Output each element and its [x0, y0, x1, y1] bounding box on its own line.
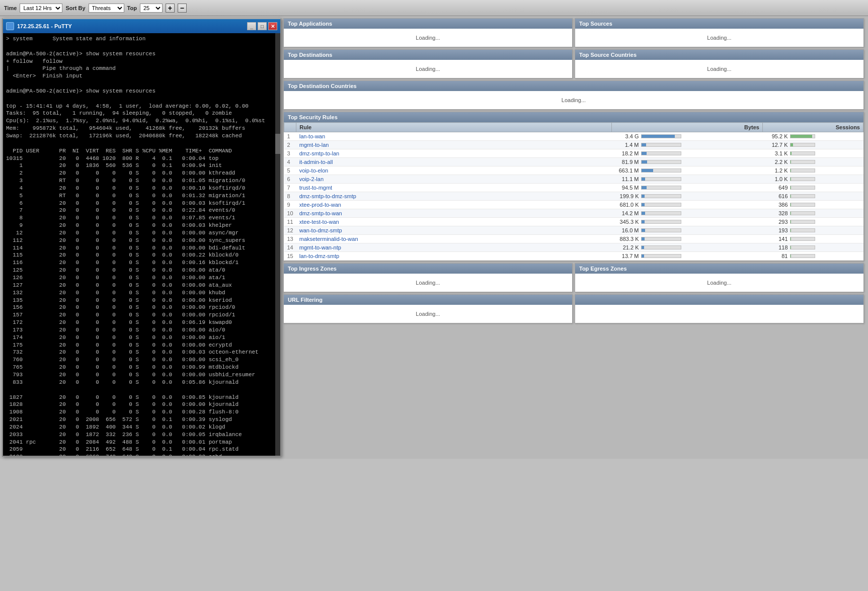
rule-number: 8 [284, 192, 296, 201]
sessions-bar-bg [790, 186, 815, 190]
url-filtering-body: Loading... [284, 305, 572, 323]
putty-window: 172.25.25.61 - PuTTY _ □ ✕ > system Syst… [2, 18, 281, 457]
sessions-bar-bg [790, 177, 815, 181]
top-destinations-loading: Loading... [416, 66, 440, 72]
rule-number: 5 [284, 166, 296, 175]
rule-name[interactable]: xtee-prod-to-wan [296, 201, 612, 209]
rule-bytes: 681.0 K [612, 201, 763, 209]
top-destinations-body: Loading... [284, 60, 572, 78]
putty-terminal[interactable]: > system System state and information ad… [3, 33, 280, 456]
time-select[interactable]: Last 12 Hrs Last 1 Hr Last 24 Hrs Last 7… [20, 4, 62, 13]
rule-name[interactable]: xtee-test-to-wan [296, 218, 612, 226]
top-sections-grid: Top Applications Loading... Top Sources … [283, 18, 864, 78]
rule-bytes: 94.5 M [612, 184, 763, 192]
putty-maximize-button[interactable]: □ [258, 22, 267, 30]
top-applications-header: Top Applications [284, 19, 572, 29]
bytes-bar-bg [641, 160, 681, 164]
plus-button[interactable]: + [166, 4, 175, 13]
top-egress-zones-loading: Loading... [707, 280, 731, 286]
rule-sessions: 649 [763, 184, 863, 192]
sessions-bar-bg [790, 194, 815, 198]
rule-number: 6 [284, 175, 296, 184]
rule-number: 15 [284, 252, 296, 261]
table-row: 9 xtee-prod-to-wan 681.0 K 386 [284, 201, 863, 209]
top-ingress-zones-header: Top Ingress Zones [284, 264, 572, 274]
rule-sessions: 616 [763, 192, 863, 201]
rule-name[interactable]: dmz-smtp-to-wan [296, 209, 612, 218]
putty-scrollbar[interactable] [275, 33, 280, 456]
bytes-bar-bg [641, 254, 681, 258]
sessions-bar-bg [790, 134, 815, 138]
main-layout: 172.25.25.61 - PuTTY _ □ ✕ > system Syst… [0, 16, 868, 459]
placeholder-header [575, 295, 863, 305]
sessions-bar-bg [790, 160, 815, 164]
bytes-bar-bg [641, 203, 681, 207]
col-num [284, 123, 296, 132]
rule-name[interactable]: lan-to-wan [296, 132, 612, 141]
top-applications-body: Loading... [284, 29, 572, 47]
right-panel: Top Applications Loading... Top Sources … [281, 18, 866, 457]
top-applications-loading: Loading... [416, 35, 440, 41]
rule-bytes: 663.1 M [612, 166, 763, 175]
top-egress-zones-header: Top Egress Zones [575, 264, 863, 274]
rule-number: 10 [284, 209, 296, 218]
rule-name[interactable]: dmz-smtp-to-dmz-smtp [296, 192, 612, 201]
bytes-bar-bg [641, 220, 681, 224]
rule-bytes: 13.7 M [612, 252, 763, 261]
bytes-bar-bg [641, 151, 681, 155]
table-row: 7 trust-to-mgmt 94.5 M 649 [284, 184, 863, 192]
top-select[interactable]: 25 10 50 100 [140, 4, 163, 13]
table-row: 3 dmz-smtp-to-lan 18.2 M 3.1 K [284, 149, 863, 158]
rule-bytes: 1.4 M [612, 141, 763, 149]
bytes-bar-bg [641, 194, 681, 198]
sessions-bar-bg [790, 151, 815, 155]
top-source-countries-loading: Loading... [707, 66, 731, 72]
table-row: 11 xtee-test-to-wan 345.3 K 293 [284, 218, 863, 226]
putty-app-icon [6, 22, 14, 30]
rule-name[interactable]: voip-to-elon [296, 166, 612, 175]
top-destination-countries-loading: Loading... [562, 97, 586, 103]
rule-name[interactable]: makseterminalid-to-wan [296, 235, 612, 243]
rule-bytes: 11.1 M [612, 175, 763, 184]
minus-button[interactable]: − [178, 4, 187, 13]
terminal-output: > system System state and information ad… [6, 35, 277, 456]
top-applications-card: Top Applications Loading... [283, 18, 573, 47]
rule-name[interactable]: mgmt-to-lan [296, 141, 612, 149]
rule-bytes: 16.0 M [612, 226, 763, 235]
putty-close-button[interactable]: ✕ [268, 22, 277, 30]
bytes-bar-bg [641, 237, 681, 241]
top-sources-loading: Loading... [707, 35, 731, 41]
rule-name[interactable]: voip-2-lan [296, 175, 612, 184]
rule-sessions: 1.2 K [763, 166, 863, 175]
url-filtering-card: URL Filtering Loading... [283, 294, 573, 323]
rule-sessions: 141 [763, 235, 863, 243]
rule-number: 3 [284, 149, 296, 158]
sessions-bar-bg [790, 203, 815, 207]
rule-name[interactable]: trust-to-mgmt [296, 184, 612, 192]
top-destination-countries-body: Loading... [284, 91, 863, 109]
top-destinations-header: Top Destinations [284, 50, 572, 60]
bytes-bar-bg [641, 186, 681, 190]
top-source-countries-header: Top Source Countries [575, 50, 863, 60]
rule-bytes: 14.2 M [612, 209, 763, 218]
rule-number: 2 [284, 141, 296, 149]
top-ingress-zones-card: Top Ingress Zones Loading... [283, 263, 573, 292]
rule-name[interactable]: wan-to-dmz-smtp [296, 226, 612, 235]
rule-number: 1 [284, 132, 296, 141]
putty-window-controls: _ □ ✕ [247, 22, 277, 30]
rule-bytes: 3.4 G [612, 132, 763, 141]
rule-name[interactable]: lan-to-dmz-smtp [296, 252, 612, 261]
rule-sessions: 12.7 K [763, 141, 863, 149]
col-bytes: Bytes [612, 123, 763, 132]
rule-sessions: 386 [763, 201, 863, 209]
top-label: Top [127, 5, 137, 11]
putty-minimize-button[interactable]: _ [247, 22, 256, 30]
rule-name[interactable]: dmz-smtp-to-lan [296, 149, 612, 158]
rule-sessions: 3.1 K [763, 149, 863, 158]
putty-scroll-thumb [275, 134, 280, 154]
col-rule: Rule [296, 123, 612, 132]
rule-name[interactable]: mgmt-to-wan-ntp [296, 243, 612, 252]
bottom-sections-grid: Top Ingress Zones Loading... Top Egress … [283, 263, 864, 323]
rule-name[interactable]: it-admin-to-all [296, 158, 612, 166]
sort-select[interactable]: Threats Bytes Sessions [89, 4, 124, 13]
